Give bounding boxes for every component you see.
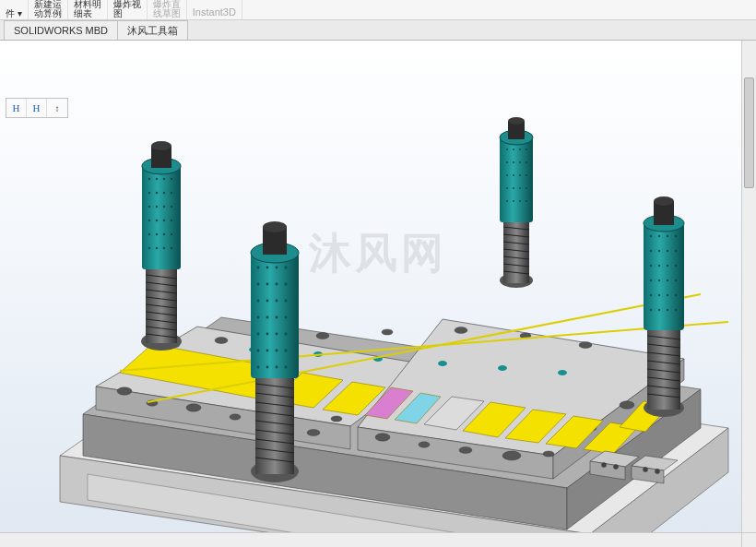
graphics-viewport[interactable]: H H ↕ 沐风网 bbox=[0, 41, 756, 547]
svg-point-89 bbox=[148, 220, 150, 221]
svg-point-160 bbox=[285, 300, 288, 303]
svg-point-58 bbox=[602, 463, 607, 468]
svg-point-61 bbox=[656, 470, 660, 474]
scrollbar-thumb[interactable] bbox=[744, 77, 754, 188]
svg-point-118 bbox=[506, 161, 508, 163]
svg-point-199 bbox=[650, 265, 652, 267]
svg-point-25 bbox=[620, 401, 634, 409]
svg-point-190 bbox=[654, 196, 674, 206]
svg-point-119 bbox=[513, 161, 514, 163]
svg-rect-187 bbox=[644, 223, 684, 330]
svg-point-169 bbox=[257, 350, 260, 352]
svg-point-176 bbox=[285, 366, 288, 369]
svg-point-77 bbox=[148, 178, 150, 180]
svg-point-78 bbox=[156, 178, 158, 180]
ribbon-label: 动算例 bbox=[34, 9, 62, 18]
svg-point-204 bbox=[658, 279, 660, 281]
svg-point-153 bbox=[257, 283, 260, 286]
scrollbar-corner bbox=[741, 532, 756, 547]
svg-point-161 bbox=[257, 316, 260, 319]
ribbon-label: 件 ▾ bbox=[6, 9, 22, 18]
svg-point-130 bbox=[506, 200, 508, 202]
ribbon-col-instant3d[interactable]: Instant3D bbox=[187, 0, 242, 19]
svg-point-192 bbox=[658, 235, 660, 237]
vertical-scrollbar[interactable] bbox=[741, 41, 756, 532]
tab-mufeng-toolbox[interactable]: 沐风工具箱 bbox=[118, 20, 188, 40]
svg-point-175 bbox=[276, 366, 278, 369]
svg-point-85 bbox=[148, 206, 150, 208]
ribbon-label: 图 bbox=[113, 9, 141, 18]
svg-point-80 bbox=[171, 178, 172, 180]
svg-point-149 bbox=[257, 267, 260, 269]
svg-point-170 bbox=[266, 350, 269, 352]
svg-point-148 bbox=[263, 221, 287, 232]
svg-point-198 bbox=[675, 250, 677, 252]
svg-point-116 bbox=[519, 149, 521, 150]
svg-point-132 bbox=[519, 200, 521, 202]
svg-point-29 bbox=[316, 332, 329, 339]
svg-point-27 bbox=[215, 337, 228, 343]
svg-point-202 bbox=[675, 265, 677, 267]
svg-point-121 bbox=[526, 161, 527, 163]
svg-point-166 bbox=[266, 333, 269, 336]
ribbon-col-explode[interactable]: 爆炸视 图 bbox=[108, 0, 148, 19]
guide-pillar-back-left bbox=[141, 141, 182, 351]
ribbon-col-explode-sketch[interactable]: 爆炸直 线草图 bbox=[148, 0, 187, 19]
horizontal-scrollbar[interactable] bbox=[0, 532, 741, 547]
svg-point-92 bbox=[171, 220, 172, 221]
svg-point-165 bbox=[257, 333, 260, 336]
cad-model-render bbox=[0, 41, 741, 532]
svg-point-206 bbox=[675, 279, 677, 281]
ribbon-col-motion[interactable]: 新建运 动算例 bbox=[29, 0, 68, 19]
svg-point-152 bbox=[285, 267, 288, 269]
svg-point-128 bbox=[519, 187, 521, 189]
svg-point-31 bbox=[455, 327, 467, 333]
guide-pillar-front-right bbox=[644, 196, 684, 417]
ribbon-label: 细表 bbox=[74, 9, 101, 18]
tab-solidworks-mbd[interactable]: SOLIDWORKS MBD bbox=[4, 20, 118, 40]
svg-rect-73 bbox=[142, 166, 181, 269]
svg-point-87 bbox=[163, 206, 165, 208]
svg-point-115 bbox=[513, 149, 514, 150]
ribbon-col-file[interactable]: 件 ▾ bbox=[0, 0, 29, 19]
svg-point-173 bbox=[257, 366, 260, 369]
svg-point-40 bbox=[558, 370, 567, 375]
svg-point-18 bbox=[331, 416, 342, 422]
svg-point-203 bbox=[650, 279, 652, 281]
svg-point-208 bbox=[658, 294, 660, 296]
svg-point-212 bbox=[658, 309, 660, 311]
svg-point-167 bbox=[276, 333, 278, 336]
ribbon-command-row: 件 ▾ 新建运 动算例 材料明 细表 爆炸视 图 爆炸直 线草图 Instant… bbox=[0, 0, 756, 20]
svg-point-95 bbox=[163, 233, 165, 235]
svg-point-76 bbox=[151, 141, 171, 150]
svg-point-59 bbox=[614, 465, 619, 470]
svg-point-38 bbox=[438, 361, 447, 366]
svg-point-200 bbox=[658, 265, 660, 267]
svg-point-124 bbox=[519, 174, 521, 176]
svg-point-60 bbox=[644, 468, 648, 472]
svg-point-117 bbox=[526, 149, 527, 150]
svg-point-30 bbox=[382, 329, 393, 335]
svg-point-83 bbox=[163, 192, 165, 194]
ribbon-col-bom[interactable]: 材料明 细表 bbox=[68, 0, 108, 19]
svg-rect-110 bbox=[500, 137, 533, 222]
svg-point-168 bbox=[285, 333, 288, 336]
svg-point-91 bbox=[163, 220, 165, 221]
svg-point-194 bbox=[675, 235, 677, 237]
svg-point-207 bbox=[650, 294, 652, 296]
svg-point-15 bbox=[230, 414, 241, 420]
svg-point-171 bbox=[276, 350, 278, 352]
svg-point-93 bbox=[148, 233, 150, 235]
svg-point-21 bbox=[459, 446, 472, 453]
svg-point-126 bbox=[506, 187, 508, 189]
svg-point-100 bbox=[171, 247, 172, 249]
svg-point-19 bbox=[375, 434, 390, 441]
svg-point-159 bbox=[276, 300, 278, 303]
svg-point-99 bbox=[163, 247, 165, 249]
ribbon-label: 线草图 bbox=[153, 9, 181, 18]
svg-point-213 bbox=[667, 309, 668, 311]
svg-point-157 bbox=[257, 300, 260, 303]
svg-point-127 bbox=[513, 187, 514, 189]
svg-point-125 bbox=[526, 174, 527, 176]
svg-point-191 bbox=[650, 235, 652, 237]
